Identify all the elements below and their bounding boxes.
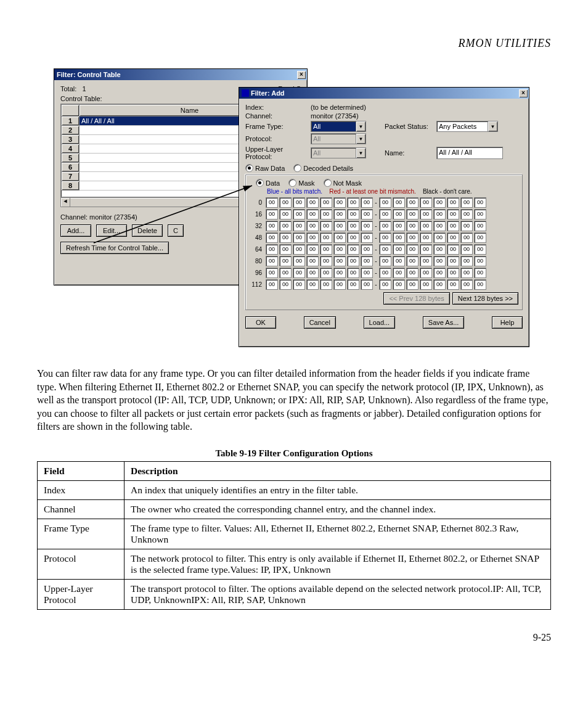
hex-cell[interactable]: 00 (293, 221, 305, 231)
hex-cell[interactable]: 00 (420, 268, 432, 278)
hex-cell[interactable]: 00 (361, 232, 373, 243)
hex-cell[interactable]: 00 (306, 268, 319, 278)
hex-cell[interactable]: 00 (406, 244, 419, 255)
hex-cell[interactable]: 00 (460, 279, 473, 290)
hex-cell[interactable]: 00 (393, 197, 405, 208)
cancel-button[interactable]: Cancel (304, 316, 336, 329)
hex-cell[interactable]: 00 (333, 256, 346, 266)
hex-cell[interactable]: 00 (347, 197, 359, 208)
hex-cell[interactable]: 00 (361, 197, 373, 208)
hex-cell[interactable]: 00 (293, 256, 305, 266)
hex-cell[interactable]: 00 (279, 268, 292, 278)
hex-cell[interactable]: 00 (433, 244, 446, 255)
hex-cell[interactable]: 00 (420, 197, 432, 208)
hex-cell[interactable]: 00 (447, 221, 459, 231)
close-icon[interactable]: × (519, 89, 528, 97)
hex-cell[interactable]: 00 (433, 209, 446, 220)
hex-cell[interactable]: 00 (361, 279, 373, 290)
hex-cell[interactable]: 00 (393, 268, 405, 278)
hex-cell[interactable]: 00 (393, 279, 405, 290)
hex-cell[interactable]: 00 (474, 232, 486, 243)
hex-cell[interactable]: 00 (420, 256, 432, 266)
hex-cell[interactable]: 00 (347, 244, 359, 255)
hex-cell[interactable]: 00 (279, 279, 292, 290)
hex-cell[interactable]: 00 (306, 244, 319, 255)
hex-cell[interactable]: 00 (361, 221, 373, 231)
hex-cell[interactable]: 00 (460, 232, 473, 243)
hex-cell[interactable]: 00 (379, 209, 391, 220)
hex-grid[interactable]: 00000000000000000-0000000000000000160000… (250, 197, 518, 290)
chevron-down-icon[interactable]: ▼ (356, 121, 366, 132)
hex-cell[interactable]: 00 (447, 268, 459, 278)
hex-cell[interactable]: 00 (433, 197, 446, 208)
hex-cell[interactable]: 00 (320, 209, 332, 220)
hex-cell[interactable]: 00 (333, 279, 346, 290)
hex-cell[interactable]: 00 (333, 244, 346, 255)
hex-cell[interactable]: 00 (266, 244, 278, 255)
hex-cell[interactable]: 00 (266, 268, 278, 278)
hex-cell[interactable]: 00 (320, 268, 332, 278)
data-radio[interactable]: Data (256, 179, 280, 187)
hex-cell[interactable]: 00 (420, 279, 432, 290)
hex-cell[interactable]: 00 (393, 256, 405, 266)
delete-button[interactable]: Delete (132, 224, 163, 237)
hex-cell[interactable]: 00 (333, 232, 346, 243)
hex-cell[interactable]: 00 (293, 197, 305, 208)
hex-cell[interactable]: 00 (393, 209, 405, 220)
hex-cell[interactable]: 00 (474, 197, 486, 208)
hex-cell[interactable]: 00 (279, 244, 292, 255)
hex-cell[interactable]: 00 (347, 256, 359, 266)
hex-cell[interactable]: 00 (460, 197, 473, 208)
hex-cell[interactable]: 00 (393, 232, 405, 243)
hex-cell[interactable]: 00 (433, 232, 446, 243)
hex-cell[interactable]: 00 (333, 209, 346, 220)
hex-cell[interactable]: 00 (320, 244, 332, 255)
hex-cell[interactable]: 00 (406, 256, 419, 266)
hex-cell[interactable]: 00 (433, 221, 446, 231)
hex-cell[interactable]: 00 (320, 279, 332, 290)
hex-cell[interactable]: 00 (474, 221, 486, 231)
hex-cell[interactable]: 00 (433, 279, 446, 290)
hex-cell[interactable]: 00 (460, 256, 473, 266)
frame-type-select[interactable]: All▼ (311, 121, 366, 132)
save-as-button[interactable]: Save As... (423, 316, 465, 329)
hex-cell[interactable]: 00 (379, 279, 391, 290)
hex-cell[interactable]: 00 (266, 209, 278, 220)
hex-cell[interactable]: 00 (266, 279, 278, 290)
hex-cell[interactable]: 00 (447, 244, 459, 255)
hex-cell[interactable]: 00 (361, 268, 373, 278)
hex-cell[interactable]: 00 (266, 256, 278, 266)
refresh-button[interactable]: Refresh Time for Control Table... (60, 242, 169, 254)
hex-cell[interactable]: 00 (474, 256, 486, 266)
hex-cell[interactable]: 00 (474, 244, 486, 255)
hex-cell[interactable]: 00 (474, 279, 486, 290)
hex-cell[interactable]: 00 (433, 256, 446, 266)
hex-cell[interactable]: 00 (347, 268, 359, 278)
hex-cell[interactable]: 00 (306, 209, 319, 220)
hex-cell[interactable]: 00 (306, 232, 319, 243)
hex-cell[interactable]: 00 (379, 197, 391, 208)
hex-cell[interactable]: 00 (333, 268, 346, 278)
hex-cell[interactable]: 00 (279, 232, 292, 243)
next-bytes-button[interactable]: Next 128 bytes >> (452, 292, 518, 305)
hex-cell[interactable]: 00 (406, 279, 419, 290)
notmask-radio[interactable]: Not Mask (324, 179, 362, 187)
hex-cell[interactable]: 00 (266, 221, 278, 231)
hex-cell[interactable]: 00 (361, 244, 373, 255)
hex-cell[interactable]: 00 (460, 244, 473, 255)
hex-cell[interactable]: 00 (361, 209, 373, 220)
scroll-left-icon[interactable]: ◄ (61, 198, 70, 207)
hex-cell[interactable]: 00 (447, 256, 459, 266)
hex-cell[interactable]: 00 (393, 244, 405, 255)
edit-button[interactable]: Edit... (96, 224, 127, 237)
chevron-down-icon[interactable]: ▼ (488, 121, 498, 132)
ok-button[interactable]: OK (245, 316, 276, 329)
hex-cell[interactable]: 00 (266, 232, 278, 243)
hex-cell[interactable]: 00 (279, 221, 292, 231)
hex-cell[interactable]: 00 (474, 209, 486, 220)
hex-cell[interactable]: 00 (347, 221, 359, 231)
hex-cell[interactable]: 00 (293, 232, 305, 243)
hex-cell[interactable]: 00 (447, 279, 459, 290)
raw-data-radio[interactable]: Raw Data (245, 164, 285, 172)
hex-cell[interactable]: 00 (306, 256, 319, 266)
